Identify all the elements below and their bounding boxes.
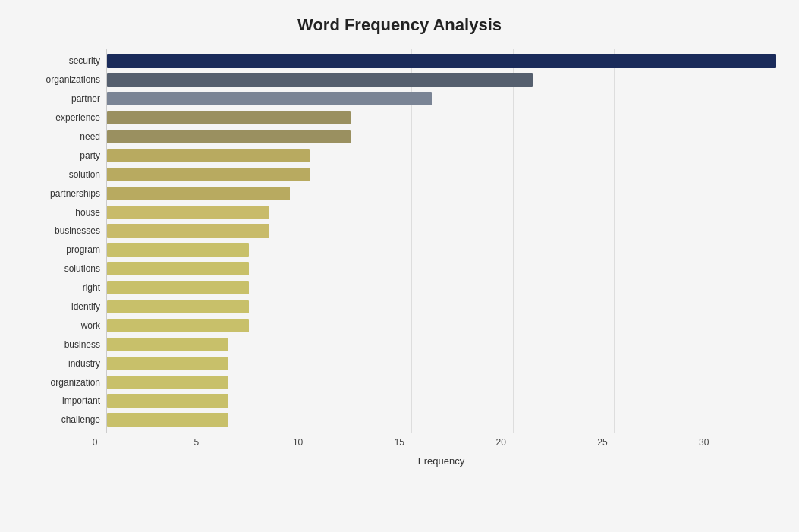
- bar-row: [107, 260, 776, 277]
- y-label-experience: experience: [23, 113, 100, 122]
- y-label-identify: identify: [23, 302, 100, 311]
- bar-row: [107, 336, 776, 353]
- bar-important: [107, 394, 228, 408]
- chart-title: Word Frequency Analysis: [23, 15, 776, 35]
- bar-row: [107, 128, 776, 145]
- bar-partnerships: [107, 187, 290, 200]
- bar-row: [107, 392, 776, 409]
- chart-area: securityorganizationspartnerexperiencene…: [23, 49, 776, 467]
- y-label-challenge: challenge: [23, 415, 100, 424]
- y-label-organization: organization: [23, 378, 100, 387]
- x-tick-20: 20: [489, 437, 512, 448]
- bar-program: [107, 243, 249, 257]
- y-label-industry: industry: [23, 359, 100, 368]
- bar-organizations: [107, 73, 533, 87]
- y-label-organizations: organizations: [23, 75, 100, 84]
- bar-row: [107, 279, 776, 296]
- y-label-solution: solution: [23, 170, 100, 179]
- bar-row: [107, 147, 776, 164]
- bar-work: [107, 319, 249, 332]
- bar-experience: [107, 111, 351, 124]
- y-label-important: important: [23, 396, 100, 405]
- bar-row: [107, 298, 776, 315]
- bar-row: [107, 411, 776, 428]
- bar-row: [107, 185, 776, 202]
- bar-identify: [107, 300, 249, 313]
- bar-row: [107, 109, 776, 126]
- bar-need: [107, 130, 351, 143]
- bar-row: [107, 166, 776, 183]
- y-label-businesses: businesses: [23, 226, 100, 235]
- y-label-party: party: [23, 151, 100, 160]
- y-label-house: house: [23, 208, 100, 217]
- bar-solutions: [107, 262, 249, 275]
- bar-challenge: [107, 413, 228, 427]
- bar-industry: [107, 357, 228, 370]
- x-axis-label: Frequency: [106, 455, 776, 467]
- x-tick-5: 5: [185, 437, 208, 448]
- bar-solution: [107, 168, 310, 181]
- bar-party: [107, 149, 310, 162]
- bar-row: [107, 204, 776, 221]
- bar-row: [107, 374, 776, 391]
- bars-section: securityorganizationspartnerexperiencene…: [23, 49, 776, 433]
- bar-right: [107, 281, 249, 294]
- y-label-business: business: [23, 340, 100, 349]
- bar-row: [107, 355, 776, 372]
- x-axis: 051015202530: [106, 437, 776, 452]
- bar-row: [107, 222, 776, 239]
- y-label-solutions: solutions: [23, 264, 100, 273]
- bar-house: [107, 206, 269, 219]
- bar-row: [107, 71, 776, 88]
- bar-security: [107, 54, 776, 68]
- y-label-right: right: [23, 283, 100, 292]
- y-label-need: need: [23, 132, 100, 141]
- bar-row: [107, 317, 776, 334]
- x-tick-25: 25: [591, 437, 614, 448]
- x-tick-30: 30: [693, 437, 716, 448]
- y-label-security: security: [23, 56, 100, 65]
- bar-organization: [107, 376, 228, 389]
- y-label-partner: partner: [23, 94, 100, 103]
- x-tick-container: 051015202530: [106, 437, 776, 452]
- chart-container: Word Frequency Analysis securityorganiza…: [0, 0, 799, 532]
- bar-row: [107, 241, 776, 258]
- bar-row: [107, 90, 776, 107]
- plot-area: [106, 49, 776, 433]
- bar-businesses: [107, 224, 269, 238]
- bar-business: [107, 338, 228, 351]
- y-label-partnerships: partnerships: [23, 189, 100, 198]
- y-labels: securityorganizationspartnerexperiencene…: [23, 49, 106, 433]
- x-tick-15: 15: [388, 437, 411, 448]
- y-label-work: work: [23, 321, 100, 330]
- bar-partner: [107, 92, 432, 105]
- x-tick-10: 10: [287, 437, 310, 448]
- x-tick-0: 0: [83, 437, 106, 448]
- y-label-program: program: [23, 245, 100, 254]
- bar-row: [107, 52, 776, 69]
